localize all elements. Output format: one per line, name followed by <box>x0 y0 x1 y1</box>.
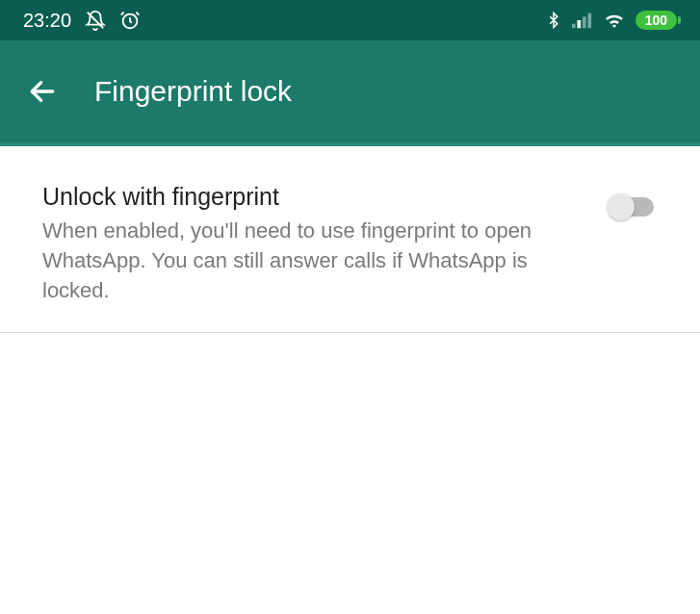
bell-slash-icon <box>85 10 106 31</box>
fingerprint-unlock-setting[interactable]: Unlock with fingerprint When enabled, yo… <box>0 146 700 333</box>
setting-description: When enabled, you'll need to use fingerp… <box>42 217 579 305</box>
status-time: 23:20 <box>23 10 71 32</box>
status-bar: 23:20 <box>0 0 700 40</box>
setting-text-block: Unlock with fingerprint When enabled, yo… <box>42 183 608 305</box>
alarm-icon <box>119 10 141 31</box>
battery-level: 100 <box>645 13 667 28</box>
app-bar: Fingerprint lock <box>0 40 700 146</box>
svg-rect-2 <box>572 24 576 29</box>
svg-rect-3 <box>577 20 581 28</box>
settings-content: Unlock with fingerprint When enabled, yo… <box>0 146 700 333</box>
switch-thumb <box>608 193 635 220</box>
fingerprint-toggle[interactable] <box>608 192 658 212</box>
setting-title: Unlock with fingerprint <box>42 183 579 211</box>
svg-rect-4 <box>583 16 586 28</box>
status-bar-right: 100 <box>545 10 677 31</box>
back-button[interactable] <box>27 76 58 107</box>
page-title: Fingerprint lock <box>94 75 292 108</box>
wifi-icon <box>603 11 626 30</box>
battery-indicator: 100 <box>635 11 677 30</box>
bluetooth-icon <box>545 10 562 31</box>
status-bar-left: 23:20 <box>23 10 141 32</box>
svg-rect-5 <box>587 13 591 29</box>
signal-icon <box>572 12 593 29</box>
